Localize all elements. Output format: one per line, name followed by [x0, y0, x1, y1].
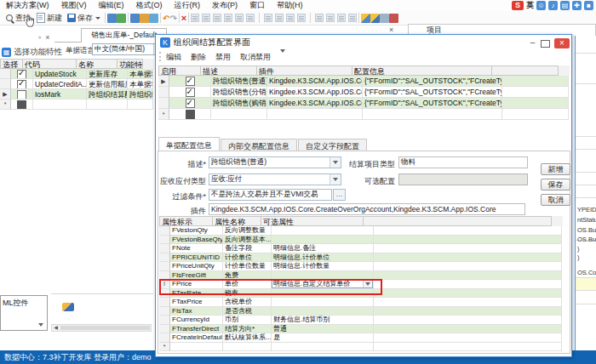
table-row[interactable]: FCreateInDefault默认核算体系...是 — [159, 333, 563, 343]
menu-item-4[interactable]: 运行(R) — [169, 1, 207, 9]
align-tool-icon[interactable] — [275, 14, 284, 22]
table-row[interactable]: FVestonBaseQty反向调整基本... — [159, 236, 563, 245]
column-header[interactable]: 配置信息 — [352, 65, 492, 76]
align-tool-icon[interactable] — [235, 14, 244, 22]
sogou-logo-icon[interactable]: S — [512, 1, 524, 10]
column-header[interactable]: 可选属性 — [261, 216, 364, 226]
align-tool-icon[interactable] — [297, 14, 306, 22]
close-button[interactable]: × — [554, 38, 570, 48]
checkbox[interactable] — [17, 80, 26, 89]
table-row[interactable]: UpdateCreditA...更新信用额度本单据将 — [0, 79, 154, 89]
menu-item-0[interactable]: 解决方案(W) — [0, 1, 55, 9]
column-header[interactable]: 属性标示 — [160, 216, 213, 226]
checkbox[interactable] — [186, 110, 195, 119]
filter-browse-button[interactable]: … — [333, 189, 346, 201]
column-header[interactable]: 启用 — [159, 65, 201, 76]
align-tool-icon[interactable] — [224, 14, 232, 22]
menu-item-1[interactable]: 视图(V) — [55, 1, 93, 9]
filter-field[interactable]: 不是跨法人交易并且不是VMI交易 — [209, 189, 332, 201]
table-icon[interactable] — [389, 14, 398, 23]
save-button[interactable]: 保存 — [65, 12, 103, 25]
save-config-button[interactable]: 保存 — [541, 179, 570, 191]
column-header[interactable]: 描述 — [201, 65, 257, 76]
table-row[interactable]: FTaxPrice含税单价 — [159, 298, 563, 307]
column-header[interactable]: 名称 — [77, 59, 117, 69]
column-header[interactable]: 属性名称 — [213, 216, 261, 226]
dock-pin-icon[interactable]: ▫ — [38, 33, 41, 42]
dialog-menu-item-2[interactable]: 禁用 — [215, 52, 231, 63]
bind-entity-icon[interactable] — [361, 14, 370, 23]
ime-board-icon[interactable]: ▤ — [560, 1, 570, 10]
dock-close-icon[interactable]: × — [45, 33, 49, 42]
palette-icon[interactable] — [62, 303, 74, 311]
settle-item-type-field[interactable]: 物料 — [398, 156, 528, 168]
menu-item-5[interactable]: 发布(P) — [206, 1, 244, 9]
column-header[interactable]: 功能特性 — [117, 59, 143, 69]
bind-field-icon[interactable] — [370, 14, 380, 23]
column-header[interactable]: 代码 — [23, 59, 77, 69]
ime-emoji-icon[interactable]: ☺ — [536, 1, 546, 10]
form-designer-icon[interactable] — [107, 14, 117, 23]
redo-icon[interactable]: ↷ — [169, 14, 176, 23]
dialog-menu-item-1[interactable]: 删除 — [191, 52, 206, 63]
horizontal-scrollbar[interactable]: ◀ — [51, 324, 152, 332]
column-header[interactable]: 选择 — [1, 59, 23, 69]
panel-close-icon[interactable]: × — [389, 26, 393, 34]
align-tool-icon[interactable] — [286, 14, 295, 22]
ime-mic-icon[interactable]: ♪ — [548, 1, 558, 10]
align-tool-icon[interactable] — [213, 14, 221, 22]
menu-item-6[interactable]: 窗口 — [244, 1, 271, 9]
checkbox[interactable] — [186, 99, 195, 108]
cell-combobox[interactable]: 明细信息.自定义结算单价 — [272, 280, 373, 288]
preview-icon[interactable] — [117, 14, 126, 23]
checkbox[interactable] — [17, 70, 26, 79]
ime-lang-toggle[interactable]: 英 — [526, 0, 534, 11]
table-row[interactable]: * — [158, 109, 570, 120]
scroll-left-icon[interactable]: ◀ — [52, 325, 60, 331]
align-tool-icon[interactable] — [191, 14, 199, 22]
wizard-icon[interactable] — [140, 14, 149, 23]
layout-icon[interactable] — [130, 14, 140, 23]
align-tool-icon[interactable] — [348, 14, 357, 22]
checkbox[interactable] — [17, 90, 26, 100]
table-row[interactable]: ▶跨组织销售(普通)Kingdee.K3.SCM.App.IOS.Core.Cr… — [158, 76, 570, 87]
table-row[interactable]: * — [0, 100, 154, 110]
new-button[interactable]: 新建 — [33, 12, 65, 25]
align-tool-icon[interactable] — [315, 14, 324, 22]
arap-type-combobox[interactable]: 应收:应付 — [209, 173, 341, 185]
table-row[interactable]: FPriceUnitQty计价单位数量明细信息.计价数量 — [159, 262, 563, 271]
align-tool-icon[interactable] — [246, 14, 255, 22]
table-row[interactable]: FTaxRate税率 — [159, 289, 563, 299]
align-tool-icon[interactable] — [337, 14, 346, 22]
table-row[interactable]: FPRICEUNITID计价单位明细信息.计价单位 — [159, 253, 563, 263]
dialog-menu-item-0[interactable]: 编辑 — [166, 52, 181, 63]
dialog-menu-item-3[interactable]: 取消禁用 — [240, 52, 271, 63]
desc-combobox[interactable]: 跨组织销售(普通) — [209, 156, 341, 168]
undo-icon[interactable]: ↶ — [163, 14, 169, 23]
toolbox-collapsed-combobox[interactable]: ML控件 — [0, 295, 48, 331]
refresh-icon[interactable] — [149, 14, 158, 23]
table-row[interactable]: FTransferDirect结算方向*普通 — [159, 325, 563, 334]
plugin-field[interactable]: Kingdee.K3.SCM.App.IOS.Core.CreateOverOr… — [209, 203, 525, 215]
table-row[interactable]: FNote备注字段明细信息.备注 — [159, 244, 563, 253]
add-button[interactable]: 新增 — [541, 163, 570, 175]
maximize-button[interactable] — [541, 40, 550, 48]
menu-item-3[interactable]: 格式(O) — [130, 1, 169, 9]
delete-icon[interactable]: × — [181, 14, 186, 23]
align-tool-icon[interactable] — [264, 14, 272, 22]
document-tab[interactable]: 销售出库单-_Default — [81, 28, 167, 43]
checkbox[interactable] — [186, 88, 195, 97]
table-row[interactable]: * — [159, 343, 563, 352]
table-row[interactable]: ▶IosMark跨组织结算配置跨组织结 — [0, 89, 154, 100]
table-row[interactable]: 跨组织销售(分销购销)Kingdee.K3.SCM.App.IOS.Core.C… — [158, 87, 570, 98]
table-row[interactable]: UpdateStock更新库存本单据将 — [0, 69, 154, 79]
table-row[interactable]: 跨组织销售(购销类型)Kingdee.K3.SCM.App.IOS.Core.C… — [158, 98, 570, 109]
checkbox[interactable] — [17, 100, 26, 110]
ime-tools-icon[interactable]: ✚ — [572, 1, 582, 10]
table-row[interactable]: FCurrencyId币别财务信息.结算币别 — [159, 316, 563, 325]
align-tool-icon[interactable] — [326, 14, 335, 22]
table-row[interactable]: FIsTax是否含税 — [159, 307, 563, 316]
table-row[interactable]: IFPrice单价明细信息.自定义结算单价 — [159, 280, 563, 289]
minimize-button[interactable]: – — [527, 38, 538, 48]
table-row[interactable]: FVestonQty反向调整数量 — [159, 226, 563, 236]
